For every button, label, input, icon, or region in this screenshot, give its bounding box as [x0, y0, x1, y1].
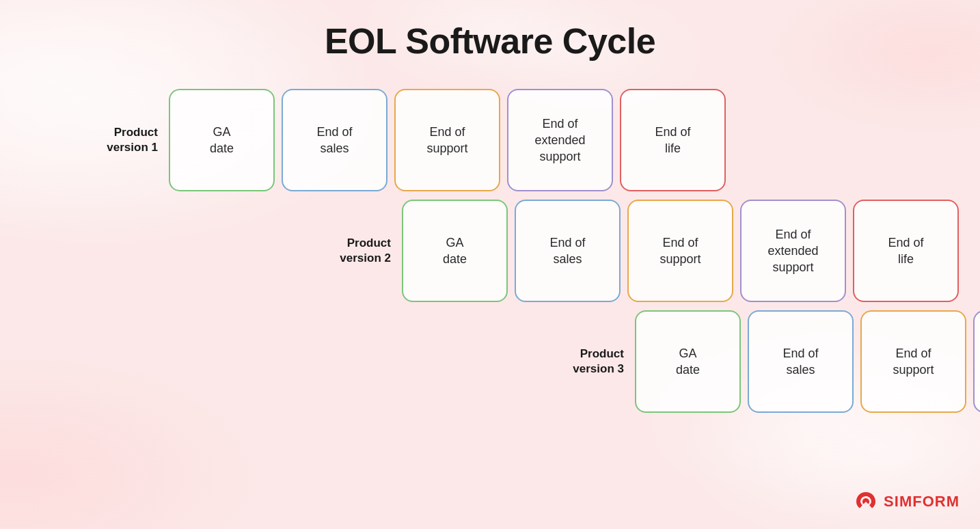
row-boxes-1: GA dateEnd of salesEnd of supportEnd of …	[169, 89, 726, 191]
box-r1-c3: End of support	[394, 89, 500, 191]
box-r2-c1: GA date	[402, 200, 508, 302]
box-r3-c4: End of extended support	[973, 310, 980, 413]
box-r1-c4: End of extended support	[507, 89, 613, 191]
product-row-1: Product version 1GA dateEnd of salesEnd …	[80, 89, 900, 191]
box-r3-c2: End of sales	[748, 310, 854, 413]
box-r3-c3: End of support	[860, 310, 966, 413]
row-label-2: Product version 2	[313, 236, 402, 266]
box-r2-c2: End of sales	[515, 200, 621, 302]
box-r1-c2: End of sales	[282, 89, 387, 191]
box-r1-c5: End of life	[620, 89, 726, 191]
box-r3-c1: GA date	[635, 310, 741, 413]
simform-logo-icon	[854, 489, 878, 514]
page-content: EOL Software Cycle Product version 1GA d…	[0, 0, 980, 529]
logo-text: SIMFORM	[884, 493, 959, 511]
box-r2-c5: End of life	[853, 200, 959, 302]
box-r1-c1: GA date	[169, 89, 275, 191]
box-r2-c4: End of extended support	[740, 200, 846, 302]
simform-logo: SIMFORM	[854, 489, 959, 514]
box-r2-c3: End of support	[627, 200, 733, 302]
page-title: EOL Software Cycle	[325, 21, 655, 62]
row-label-1: Product version 1	[80, 125, 169, 155]
product-row-2: Product version 2GA dateEnd of salesEnd …	[200, 200, 900, 302]
product-row-3: Product version 3GA dateEnd of salesEnd …	[321, 310, 900, 413]
row-boxes-2: GA dateEnd of salesEnd of supportEnd of …	[402, 200, 959, 302]
grid-container: Product version 1GA dateEnd of salesEnd …	[80, 89, 900, 421]
row-label-3: Product version 3	[546, 347, 635, 377]
row-boxes-3: GA dateEnd of salesEnd of supportEnd of …	[635, 310, 980, 413]
